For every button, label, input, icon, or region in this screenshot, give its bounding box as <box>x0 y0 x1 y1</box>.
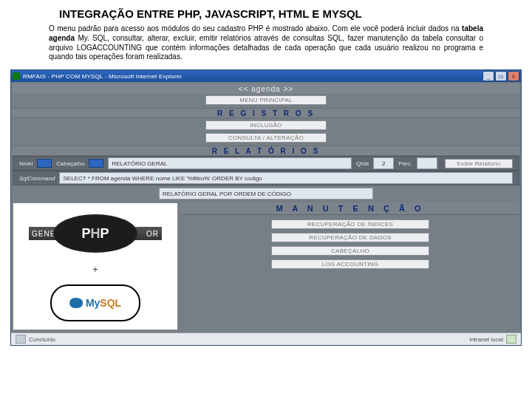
window-titlebar: RMFAIS - PHP COM MYSQL - Microsoft Inter… <box>11 70 521 82</box>
status-zone-icon <box>506 335 516 344</box>
log-accounting-button[interactable]: LOG ACCOUNTING <box>271 259 429 269</box>
recover-data-button[interactable]: RECUPERAÇÃO DE DADOS <box>271 233 429 242</box>
minimize-button[interactable]: _ <box>482 71 494 81</box>
ribbon-right: OR <box>146 230 159 238</box>
section-title-manutencao: M A N U T E N Ç Ã O <box>181 202 519 215</box>
section-relatorios: R E L A T Ó R I O S Nível Cabeçalho RELA… <box>13 146 519 200</box>
qtde-input[interactable]: 2 <box>373 157 394 169</box>
mysql-logo: MySQL <box>50 284 140 321</box>
para-after: My. SQL, consultar, alterar, excluir, em… <box>49 34 483 61</box>
main-menu-row: MENU PRINCIPAL <box>13 95 519 105</box>
checkbox-nivel[interactable] <box>37 159 52 168</box>
label-cabecalho: Cabeçalho <box>56 160 84 167</box>
php-oval-icon: PHP <box>53 214 137 253</box>
status-right-text: Intranet local <box>469 336 503 343</box>
relatorios-row-sql: SqlCommand SELECT * FROM agenda WHERE no… <box>13 171 519 185</box>
include-button[interactable]: INCLUSÃO <box>205 120 327 130</box>
para-before: O menu padrão para acesso aos módulos do… <box>49 24 462 33</box>
header-button[interactable]: CABEÇALHO <box>271 246 429 256</box>
relatorios-row-filters: Nível Cabeçalho RELATÓRIO GERAL Qtde 2 P… <box>13 156 519 171</box>
recover-indexes-button[interactable]: RECUPERAÇÃO DE ÍNDICES <box>271 219 429 229</box>
label-perc: Perc. <box>398 160 412 167</box>
show-report-button[interactable]: Exibir Relatório <box>445 159 513 168</box>
close-button[interactable]: X <box>508 71 519 81</box>
label-qtde: Qtde <box>356 160 369 167</box>
window-buttons: _ ▭ X <box>482 71 519 81</box>
checkbox-cabecalho[interactable] <box>89 159 103 168</box>
status-page-icon <box>16 335 26 344</box>
label-nivel: Nível <box>19 160 33 167</box>
intro-paragraph: O menu padrão para acesso aos módulos do… <box>49 24 483 62</box>
favicon-icon <box>13 72 20 80</box>
perc-input[interactable] <box>417 157 437 169</box>
report-select[interactable]: RELATÓRIO GERAL <box>108 157 352 169</box>
manutencao-button-stack: RECUPERAÇÃO DE ÍNDICES RECUPERAÇÃO DE DA… <box>181 215 519 270</box>
mysql-text: MySQL <box>86 297 121 309</box>
section-title-registros: R E G I S T R O S <box>13 108 519 118</box>
bottom-area: GENERA OR PHP + MySQL M A N U T E N Ç Ã … <box>13 202 519 330</box>
report-order-select[interactable]: RELATÓRIO GERAL POR ORDEM DE CÓDIGO <box>159 188 373 200</box>
statusbar: Concluído Intranet local <box>11 332 521 345</box>
browser-window: RMFAIS - PHP COM MYSQL - Microsoft Inter… <box>10 69 522 346</box>
sqlcommand-input[interactable]: SELECT * FROM agenda WHERE nome LIKE '%f… <box>59 172 513 184</box>
plus-icon: + <box>18 267 173 273</box>
browser-content: << agenda >> MENU PRINCIPAL R E G I S T … <box>11 82 521 332</box>
main-menu-button[interactable]: MENU PRINCIPAL <box>205 95 327 105</box>
label-sqlcommand: SqlCommand <box>19 175 55 182</box>
dolphin-icon <box>69 298 83 308</box>
status-left-text: Concluído <box>29 336 55 343</box>
php-generator-logo: GENERA OR PHP <box>29 211 162 256</box>
window-title: RMFAIS - PHP COM MYSQL - Microsoft Inter… <box>23 73 482 80</box>
query-alter-button[interactable]: CONSULTA / ALTERAÇÃO <box>205 133 327 143</box>
page-banner: << agenda >> <box>13 83 519 94</box>
section-title-relatorios: R E L A T Ó R I O S <box>13 146 519 156</box>
section-registros: R E G I S T R O S INCLUSÃO CONSULTA / AL… <box>13 108 519 143</box>
maximize-button[interactable]: ▭ <box>495 71 507 81</box>
section-manutencao: M A N U T E N Ç Ã O RECUPERAÇÃO DE ÍNDIC… <box>181 202 519 330</box>
logos-panel: GENERA OR PHP + MySQL <box>13 202 178 330</box>
page-title-text: INTEGRAÇÃO ENTRE PHP, JAVASCRIPT, HTML E… <box>59 7 362 20</box>
page-title: INTEGRAÇÃO ENTRE PHP, JAVASCRIPT, HTML E… <box>59 7 473 20</box>
